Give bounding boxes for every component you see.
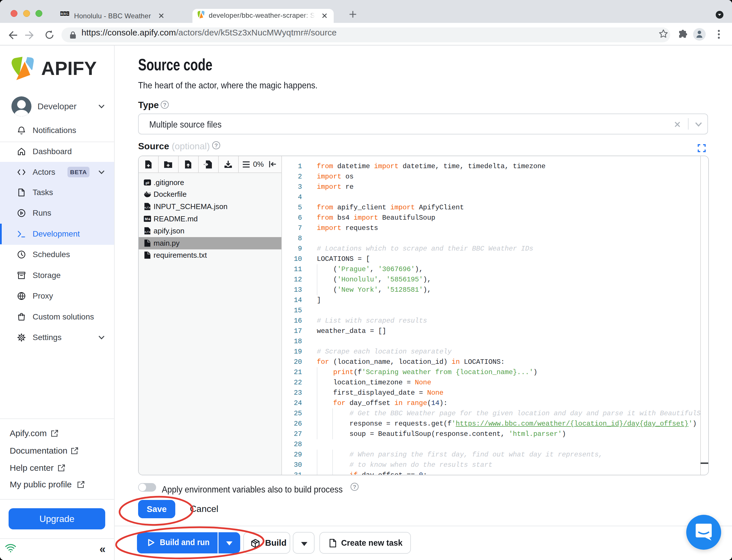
svg-text:M: M — [145, 217, 148, 221]
svg-text:B: B — [61, 12, 63, 15]
svg-text:B: B — [64, 12, 66, 15]
svg-text:C: C — [67, 12, 69, 15]
svg-text:</>: </> — [144, 206, 150, 210]
svg-text:git: git — [145, 181, 150, 185]
svg-text:</>: </> — [144, 230, 150, 234]
